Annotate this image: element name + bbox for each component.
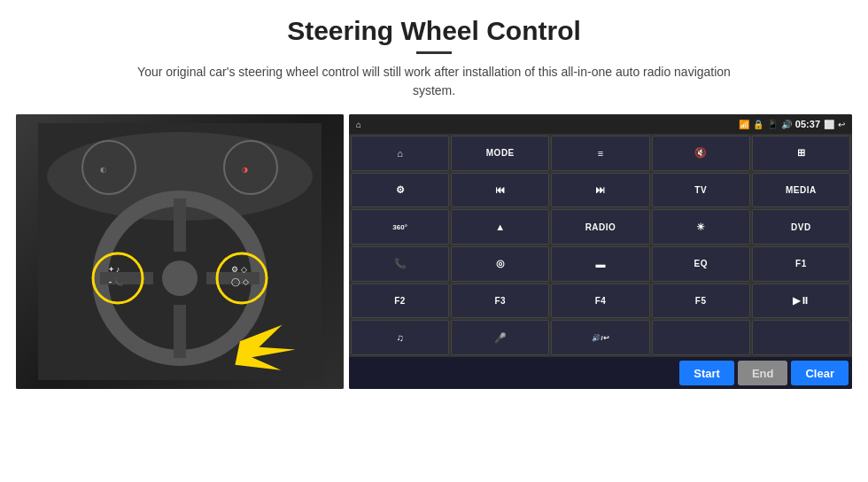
svg-text:◯ ◇: ◯ ◇ xyxy=(231,277,249,287)
svg-point-7 xyxy=(162,260,198,296)
btn-f5[interactable]: F5 xyxy=(652,284,750,319)
btn-f4[interactable]: F4 xyxy=(551,284,649,319)
eq-label: EQ xyxy=(694,259,707,268)
wifi-icon: 📶 xyxy=(739,120,749,129)
btn-phone[interactable]: 📞 xyxy=(351,246,449,282)
btn-playpause[interactable]: ▶⏸ xyxy=(752,284,850,319)
status-left: ⌂ xyxy=(356,120,361,129)
btn-next[interactable]: ⏭ xyxy=(551,173,649,208)
lock-icon: 🔒 xyxy=(753,120,763,129)
page-container: Steering Wheel Control Your original car… xyxy=(0,0,868,482)
svg-text:-  📞: - 📞 xyxy=(109,276,124,287)
brightness-icon: ☀ xyxy=(696,222,705,233)
bottom-bar: Start End Clear xyxy=(349,357,852,389)
svg-text:◐: ◐ xyxy=(100,166,106,174)
btn-empty1 xyxy=(652,320,750,355)
btn-prev[interactable]: ⏮ xyxy=(451,173,549,208)
back-icon: ↩ xyxy=(838,120,845,129)
status-right: 📶 🔒 📱 🔊 05:37 ⬜ ↩ xyxy=(739,119,845,129)
mode-label: MODE xyxy=(486,148,515,158)
music-icon: ♫ xyxy=(396,332,403,343)
btn-360[interactable]: 360° xyxy=(351,209,449,245)
cam360-icon: 360° xyxy=(392,223,407,231)
page-title: Steering Wheel Control xyxy=(35,16,833,46)
playpause-icon: ▶⏸ xyxy=(793,295,810,307)
btn-eq[interactable]: EQ xyxy=(652,246,750,282)
btn-menu[interactable]: ≡ xyxy=(551,136,649,171)
btn-brightness[interactable]: ☀ xyxy=(652,209,750,245)
dvd-label: DVD xyxy=(791,222,811,232)
vol-icon: 🔊/↩ xyxy=(592,334,608,342)
btn-screen[interactable]: ▬ xyxy=(551,246,649,282)
subtitle: Your original car's steering wheel contr… xyxy=(124,63,744,100)
btn-nav[interactable]: ◎ xyxy=(451,246,549,282)
svg-text:◑: ◑ xyxy=(242,166,248,174)
end-button[interactable]: End xyxy=(738,361,788,385)
eject-icon: ▲ xyxy=(495,222,505,232)
screen-btn-icon: ▬ xyxy=(595,259,605,269)
btn-dvd[interactable]: DVD xyxy=(752,209,850,245)
header-section: Steering Wheel Control Your original car… xyxy=(0,0,868,107)
mute-icon: 🔇 xyxy=(694,147,707,159)
screen-icon: ⬜ xyxy=(824,120,834,129)
steering-wheel-bg: + ♪ - 📞 ⚙ ◇ ◯ ◇ ◐ ◑ xyxy=(16,114,344,389)
home-btn-icon: ⌂ xyxy=(397,148,403,159)
f1-label: F1 xyxy=(795,259,807,268)
tv-label: TV xyxy=(694,185,707,195)
btn-empty2 xyxy=(752,320,850,355)
btn-f3[interactable]: F3 xyxy=(451,284,549,319)
btn-mic[interactable]: 🎤 xyxy=(451,320,549,355)
radio-panel: ⌂ 📶 🔒 📱 🔊 05:37 ⬜ ↩ ⌂ MODE ≡ 🔇 xyxy=(349,114,852,389)
svg-text:+  ♪: + ♪ xyxy=(109,265,120,274)
btn-mute[interactable]: 🔇 xyxy=(652,136,750,171)
prev-icon: ⏮ xyxy=(495,184,505,195)
btn-f2[interactable]: F2 xyxy=(351,284,449,319)
status-time: 05:37 xyxy=(795,119,820,129)
start-button[interactable]: Start xyxy=(679,361,734,385)
clear-button[interactable]: Clear xyxy=(791,361,849,385)
btn-mode[interactable]: MODE xyxy=(451,136,549,171)
content-section: + ♪ - 📞 ⚙ ◇ ◯ ◇ ◐ ◑ xyxy=(0,114,868,482)
btn-grid: ⌂ MODE ≡ 🔇 ⊞ ⚙ ⏮ ⏭ TV MEDIA 360° ▲ RADIO… xyxy=(349,134,852,357)
btn-media[interactable]: MEDIA xyxy=(752,173,850,208)
btn-eject[interactable]: ▲ xyxy=(451,209,549,245)
steering-wheel-svg: + ♪ - 📞 ⚙ ◇ ◯ ◇ ◐ ◑ xyxy=(38,123,322,380)
apps-icon: ⊞ xyxy=(797,147,805,159)
bt-icon: 🔊 xyxy=(781,120,792,129)
btn-apps[interactable]: ⊞ xyxy=(752,136,850,171)
car-image: + ♪ - 📞 ⚙ ◇ ◯ ◇ ◐ ◑ xyxy=(16,114,344,389)
nav-icon: ◎ xyxy=(496,258,505,269)
btn-f1[interactable]: F1 xyxy=(752,246,850,282)
f4-label: F4 xyxy=(595,296,607,306)
mic-icon: 🎤 xyxy=(494,332,507,344)
home-icon: ⌂ xyxy=(356,120,361,129)
btn-vol[interactable]: 🔊/↩ xyxy=(551,320,649,355)
f2-label: F2 xyxy=(394,296,406,306)
next-icon: ⏭ xyxy=(595,184,605,195)
status-bar: ⌂ 📶 🔒 📱 🔊 05:37 ⬜ ↩ xyxy=(349,114,852,134)
btn-radio[interactable]: RADIO xyxy=(551,209,649,245)
media-label: MEDIA xyxy=(786,185,817,195)
menu-icon: ≡ xyxy=(598,148,603,159)
radio-label: RADIO xyxy=(585,222,616,232)
svg-text:⚙ ◇: ⚙ ◇ xyxy=(231,265,247,274)
sim-icon: 📱 xyxy=(767,120,778,129)
f5-label: F5 xyxy=(695,296,707,306)
btn-home[interactable]: ⌂ xyxy=(351,136,449,171)
btn-settings[interactable]: ⚙ xyxy=(351,173,449,208)
f3-label: F3 xyxy=(494,296,506,306)
phone-icon: 📞 xyxy=(394,258,407,269)
btn-tv[interactable]: TV xyxy=(652,173,750,208)
title-divider xyxy=(416,51,452,54)
settings-icon: ⚙ xyxy=(396,184,405,196)
btn-music[interactable]: ♫ xyxy=(351,320,449,355)
